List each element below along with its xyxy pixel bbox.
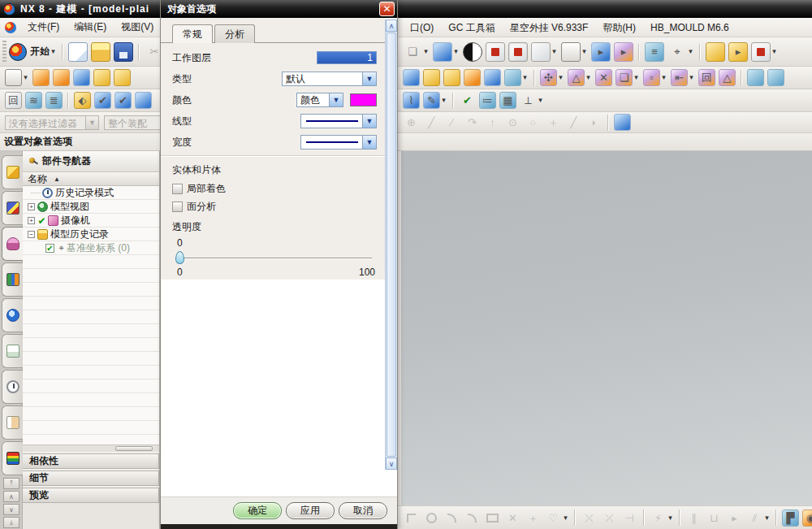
- menu-hb-mould[interactable]: HB_MOULD M6.6: [644, 20, 736, 36]
- color-swatch[interactable]: [350, 93, 377, 106]
- sphere-icon[interactable]: [504, 69, 521, 86]
- spring-tool-icon[interactable]: ⌇: [403, 92, 420, 109]
- menu-help[interactable]: 帮助(H): [596, 19, 642, 37]
- intersect-icon[interactable]: ❏: [615, 69, 633, 86]
- fit-view-icon[interactable]: 回: [5, 92, 22, 109]
- open-file-icon[interactable]: [91, 42, 110, 62]
- part-table-icon[interactable]: ▦: [499, 92, 516, 109]
- navigator-hscrollbar[interactable]: [23, 444, 159, 452]
- tab-constraint-navigator[interactable]: [2, 191, 23, 225]
- menu-edit[interactable]: 编辑(E): [67, 18, 113, 37]
- dropdown-caret[interactable]: ▾: [537, 92, 544, 109]
- layer-stack-icon[interactable]: ≋: [25, 92, 42, 109]
- chevron-down-icon[interactable]: ▼: [362, 136, 376, 149]
- start-menu-button[interactable]: 开始: [27, 45, 51, 59]
- type-dropdown[interactable]: 默认 ▼: [282, 72, 377, 86]
- tab-palette[interactable]: [2, 441, 23, 475]
- expand-plus-icon[interactable]: +: [28, 203, 35, 210]
- examine-geometry-icon[interactable]: ✔: [459, 92, 476, 109]
- surface-2-icon[interactable]: [767, 69, 784, 86]
- sheet-icon[interactable]: [464, 69, 481, 86]
- chevron-down-icon[interactable]: ▼: [329, 93, 343, 106]
- subtract-icon[interactable]: ✕: [595, 69, 612, 86]
- close-icon[interactable]: ✕: [379, 2, 395, 16]
- scroll-down-icon[interactable]: ∨: [386, 457, 397, 470]
- rendering-style-icon[interactable]: [463, 42, 482, 62]
- wireframe-dashed-icon[interactable]: [486, 42, 505, 62]
- dropdown-caret[interactable]: ▾: [551, 42, 558, 62]
- tree-item-cameras[interactable]: + ✔ 摄像机: [23, 214, 159, 228]
- width-dropdown[interactable]: ▼: [300, 135, 377, 150]
- menu-view[interactable]: 视图(V): [114, 18, 160, 37]
- menu-file[interactable]: 文件(F): [21, 18, 66, 37]
- save-icon[interactable]: [114, 42, 133, 62]
- part-tool-icon[interactable]: [135, 92, 152, 109]
- dropdown-caret[interactable]: ▾: [581, 42, 588, 62]
- scrollbar-thumb[interactable]: [387, 33, 396, 457]
- linetype-dropdown[interactable]: ▼: [300, 114, 377, 128]
- csys-tool-icon[interactable]: ⟂: [520, 92, 537, 109]
- section-preview[interactable]: 预览: [23, 488, 159, 503]
- extrude-icon[interactable]: [32, 69, 50, 86]
- dropdown-caret[interactable]: ▾: [452, 42, 460, 62]
- dropdown-caret[interactable]: ▾: [688, 69, 695, 86]
- graphics-window[interactable]: [401, 151, 812, 505]
- tab-roles[interactable]: [2, 405, 23, 440]
- dropdown-caret[interactable]: ▾: [440, 92, 447, 109]
- key-tool-2-icon[interactable]: ▸: [728, 42, 748, 62]
- start-caret-icon[interactable]: ▾: [50, 42, 57, 62]
- workpiece-icon[interactable]: [614, 114, 631, 131]
- tree-item-datum-csys[interactable]: ✔ ⌖ 基准坐标系 (0): [23, 241, 159, 255]
- section-dependencies[interactable]: 相依性: [23, 453, 159, 469]
- hole-icon[interactable]: [73, 69, 90, 86]
- swept-icon[interactable]: [443, 69, 460, 86]
- dropdown-caret[interactable]: ▾: [771, 42, 778, 62]
- dropdown-caret[interactable]: ▾: [660, 69, 667, 86]
- dropdown-caret[interactable]: ▾: [557, 69, 564, 86]
- dropdown-caret[interactable]: ▾: [422, 42, 430, 62]
- dropdown-caret[interactable]: ▾: [22, 69, 29, 86]
- toggle-display-icon[interactable]: [751, 42, 771, 62]
- move-object-icon[interactable]: ▸: [614, 42, 633, 62]
- tab-integrated-browser[interactable]: [2, 334, 23, 368]
- collapse-minus-icon[interactable]: −: [28, 231, 35, 238]
- tree-item-history-mode[interactable]: 历史记录模式: [23, 186, 159, 200]
- tab-reuse-library[interactable]: [2, 262, 23, 297]
- translucency-slider[interactable]: [175, 250, 372, 265]
- tab-history[interactable]: [2, 370, 23, 404]
- chamfer-icon[interactable]: [114, 69, 131, 86]
- draft-icon[interactable]: △: [719, 69, 736, 86]
- wireframe-icon[interactable]: [531, 42, 551, 62]
- dropdown-caret[interactable]: ▾: [521, 69, 529, 86]
- dialog-scrollbar[interactable]: ∧ ∨: [385, 20, 397, 470]
- navigator-column-header[interactable]: 名称 ▲: [23, 172, 159, 186]
- toolbar-grip[interactable]: [2, 41, 6, 63]
- blend-icon[interactable]: [93, 69, 110, 86]
- verify-part-icon[interactable]: ✔: [94, 92, 111, 109]
- trim-body-icon[interactable]: ▫: [643, 69, 660, 86]
- dropdown-caret[interactable]: ▾: [687, 42, 694, 62]
- navigator-pin-icon[interactable]: [29, 158, 37, 166]
- paint-part-icon[interactable]: ✔: [114, 92, 132, 109]
- key-tool-icon[interactable]: [706, 42, 725, 62]
- tab-analysis[interactable]: 分析: [214, 24, 255, 43]
- menu-window[interactable]: 口(O): [404, 19, 440, 37]
- layer-settings-icon[interactable]: ≡: [645, 42, 664, 62]
- expand-plus-icon[interactable]: +: [28, 217, 35, 224]
- tag-icon[interactable]: ⬖: [74, 92, 91, 109]
- slider-track[interactable]: [175, 258, 372, 259]
- show-hide-icon[interactable]: ▸: [591, 42, 611, 62]
- tab-assembly-navigator[interactable]: [2, 155, 23, 189]
- reattach-icon[interactable]: ▛: [782, 509, 799, 527]
- brush-tool-icon[interactable]: ✎: [423, 92, 440, 109]
- checkbox-unchecked-icon[interactable]: [172, 184, 183, 194]
- ok-button[interactable]: 确定: [233, 502, 282, 519]
- menu-gc-toolbox[interactable]: GC 工具箱: [442, 19, 501, 37]
- shaded-view-icon[interactable]: [433, 42, 452, 62]
- unite-icon[interactable]: △: [568, 69, 585, 86]
- bounded-plane-icon[interactable]: [484, 69, 501, 86]
- tab-general[interactable]: 常规: [172, 24, 213, 43]
- face-analysis-checkbox-row[interactable]: 面分析: [172, 200, 377, 214]
- color-dropdown[interactable]: 颜色 ▼: [296, 93, 343, 107]
- section-details[interactable]: 细节: [23, 470, 159, 486]
